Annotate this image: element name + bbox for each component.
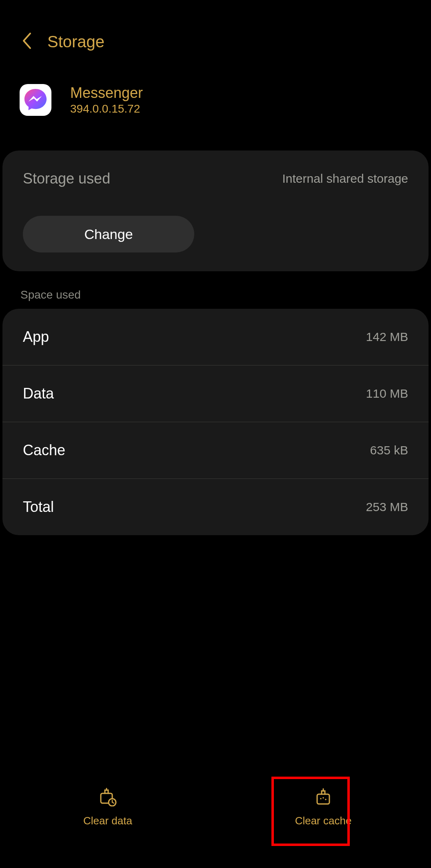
list-item-data[interactable]: Data 110 MB xyxy=(2,365,429,422)
app-name: Messenger xyxy=(70,84,143,102)
storage-used-label: Storage used xyxy=(23,170,110,187)
list-item-total: Total 253 MB xyxy=(2,479,429,535)
clear-data-icon xyxy=(98,786,118,808)
list-label: Data xyxy=(23,385,54,402)
list-value: 635 kB xyxy=(370,443,408,457)
list-value: 142 MB xyxy=(366,330,408,344)
list-label: App xyxy=(23,328,49,345)
list-item-app[interactable]: App 142 MB xyxy=(2,309,429,365)
app-version: 394.0.0.15.72 xyxy=(70,102,143,115)
list-value: 253 MB xyxy=(366,500,408,514)
app-header: Messenger 394.0.0.15.72 xyxy=(0,64,431,128)
storage-location: Internal shared storage xyxy=(282,172,408,186)
list-label: Total xyxy=(23,498,54,516)
clear-data-label: Clear data xyxy=(83,815,132,827)
change-button[interactable]: Change xyxy=(23,216,194,252)
space-used-section-label: Space used xyxy=(0,271,431,306)
list-label: Cache xyxy=(23,442,65,459)
clear-cache-button[interactable]: Clear cache xyxy=(278,786,368,827)
svg-rect-2 xyxy=(317,794,329,804)
messenger-app-icon xyxy=(20,84,51,116)
clear-data-button[interactable]: Clear data xyxy=(63,786,153,827)
list-item-cache[interactable]: Cache 635 kB xyxy=(2,422,429,479)
bottom-action-bar: Clear data Clear cache xyxy=(0,774,431,868)
clear-cache-icon xyxy=(313,786,333,808)
back-icon[interactable] xyxy=(21,32,32,51)
clear-cache-label: Clear cache xyxy=(295,815,352,827)
list-value: 110 MB xyxy=(366,387,408,401)
storage-used-card: Storage used Internal shared storage Cha… xyxy=(2,151,429,271)
page-title: Storage xyxy=(47,33,104,51)
space-used-card: App 142 MB Data 110 MB Cache 635 kB Tota… xyxy=(2,309,429,535)
